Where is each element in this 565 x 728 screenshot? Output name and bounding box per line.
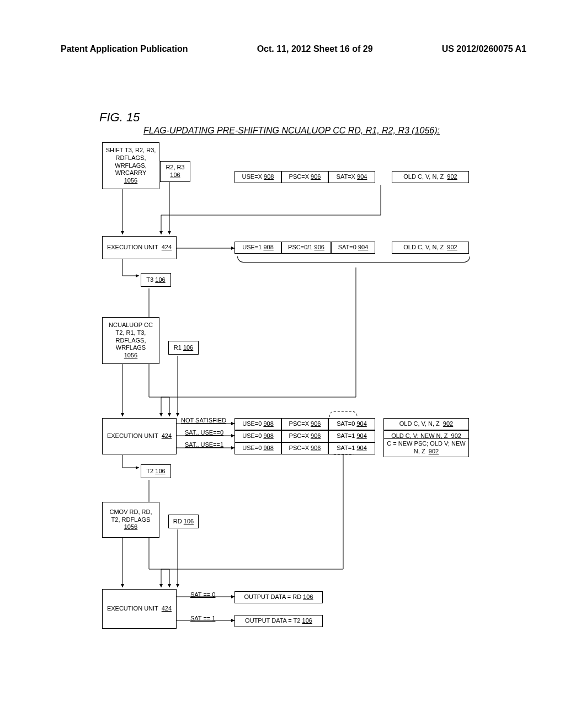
shift-op-box: SHIFT T3, R2, R3, RDFLAGS, WRFLAGS, WRCA… — [102, 142, 159, 189]
r2-r3-box: R2, R3 106 — [160, 161, 190, 182]
psc-row1: PSC=X 906 — [281, 171, 328, 183]
header-left: Patent Application Publication — [61, 44, 188, 54]
edge-sat1: SAT == 1 — [190, 615, 215, 622]
exec-unit-2: EXECUTION UNIT 424 — [102, 418, 177, 454]
exec-unit-3: EXECUTION UNIT 424 — [102, 589, 177, 629]
edge-not-satisfied: NOT SATISFIED — [181, 417, 226, 424]
flags-3a: OLD C, V, N, Z 902 — [383, 418, 469, 430]
sat-3c: SAT=1 904 — [328, 442, 375, 454]
edge-sat-use1: SAT., USE==1 — [185, 441, 223, 448]
output-t2: OUTPUT DATA = T2 106 — [234, 615, 323, 627]
cmov-box: CMOV RD, RD, T2, RDFLAGS 1056 — [102, 502, 159, 538]
use-3c: USE=0 908 — [234, 442, 281, 454]
exec-unit-1: EXECUTION UNIT 424 — [102, 236, 177, 259]
output-rd: OUTPUT DATA = RD 106 — [234, 591, 323, 603]
flags-row2: OLD C, V, N, Z 902 — [392, 242, 469, 254]
psc-row2: PSC=0/1 906 — [281, 242, 331, 254]
sat-row1: SAT=X 904 — [328, 171, 375, 183]
edge-sat-use0: SAT., USE==0 — [185, 429, 223, 436]
use-3b: USE=0 908 — [234, 430, 281, 442]
sat-3a: SAT=0 904 — [328, 418, 375, 430]
edge-sat0: SAT == 0 — [190, 591, 215, 598]
header-middle: Oct. 11, 2012 Sheet 16 of 29 — [257, 44, 373, 54]
t3-box: T3 106 — [141, 273, 171, 287]
flags-3c: C = NEW PSC; OLD V; NEW N, Z 902 — [383, 438, 469, 457]
psc-3a: PSC=X 906 — [281, 418, 328, 430]
r1-box: R1 106 — [168, 341, 199, 355]
use-row2: USE=1 908 — [234, 242, 281, 254]
psc-3b: PSC=X 906 — [281, 430, 328, 442]
ncualuop-box: NCUALUOP CC T2, R1, T3, RDFLAGS, WRFLAGS… — [102, 317, 159, 364]
rd-box: RD 106 — [168, 515, 199, 528]
psc-3c: PSC=X 906 — [281, 442, 328, 454]
figure-title: FLAG-UPDATING PRE-SHIFTING NCUALUOP CC R… — [143, 126, 440, 136]
use-row1: USE=X 908 — [234, 171, 281, 183]
brace-row2 — [237, 256, 470, 263]
use-3a: USE=0 908 — [234, 418, 281, 430]
sat-3b: SAT=1 904 — [328, 430, 375, 442]
figure-label: FIG. 15 — [99, 110, 140, 125]
t2-box: T2 106 — [141, 464, 171, 478]
flags-row1: OLD C, V, N, Z 902 — [392, 171, 469, 183]
header-right: US 2012/0260075 A1 — [442, 44, 526, 54]
sat-row2: SAT=0 904 — [331, 242, 375, 254]
